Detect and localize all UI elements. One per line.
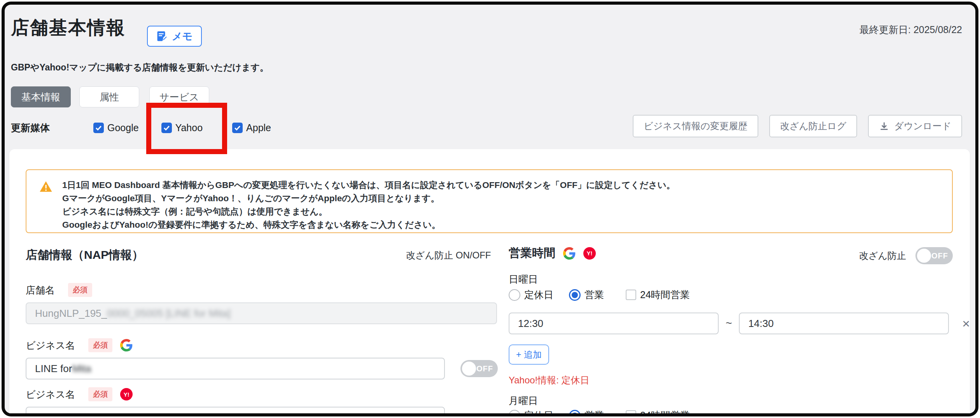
store-name-input[interactable]: HungNLP_195_0000_05005 [LINE for Mita] [26, 302, 497, 324]
google-icon [120, 339, 133, 351]
sunday-status-row: 定休日 営業 24時間営業 [509, 288, 690, 301]
download-button[interactable]: ダウンロード [868, 115, 962, 137]
notice-box: 1日1回 MEO Dashboard 基本情報からGBPへの変更処理を行いたくな… [26, 169, 953, 233]
business-name-yahoo-value: Yahoo [35, 412, 63, 417]
sunday-24h-checkbox[interactable]: 24時間営業 [626, 288, 690, 301]
business-name-yahoo-label: ビジネス名 [26, 388, 75, 401]
open-radio-label: 営業 [584, 288, 604, 301]
monday-open-radio[interactable]: 営業 [569, 409, 604, 416]
tamper-log-button[interactable]: 改ざん防止ログ [769, 115, 857, 137]
hours-tamper-toggle[interactable]: OFF [915, 247, 953, 264]
last-updated-date: 最終更新日: 2025/08/22 [859, 23, 962, 36]
media-checkbox-google[interactable]: Google [93, 122, 139, 133]
yahoo-icon: Y! [583, 247, 596, 260]
memo-button-label: メモ [172, 30, 192, 43]
checkbox-unchecked-icon [626, 290, 636, 300]
time-range-separator: ~ [726, 317, 732, 330]
hours-tamper-label: 改ざん防止 [859, 249, 906, 262]
media-checkbox-apple[interactable]: Apple [232, 122, 271, 133]
store-name-value: HungNLP_195_ [35, 307, 107, 320]
red-highlight-annotation-box [146, 103, 227, 154]
business-name-google-field-label: ビジネス名 必須 [26, 338, 133, 352]
sunday-closed-radio[interactable]: 定休日 [509, 288, 553, 301]
business-name-yahoo-value-masked: xxxxx [63, 412, 89, 417]
business-name-google-sync-toggle[interactable]: OFF [460, 360, 498, 377]
monday-24h-checkbox[interactable]: 24時間営業 [626, 409, 690, 416]
page-title: 店舗基本情報 [11, 16, 125, 40]
media-checkbox-label: Google [107, 122, 139, 133]
all-day-checkbox-label: 24時間営業 [640, 409, 690, 416]
radio-unselected-icon [509, 289, 520, 301]
closed-radio-label: 定休日 [524, 409, 553, 416]
media-checkbox-label: Apple [246, 122, 271, 133]
tab-attributes[interactable]: 属性 [79, 86, 139, 107]
notice-line: 1日1回 MEO Dashboard 基本情報からGBPへの変更処理を行いたくな… [62, 179, 944, 192]
sunday-open-radio[interactable]: 営業 [569, 288, 604, 301]
download-button-label: ダウンロード [894, 120, 951, 132]
business-name-google-input[interactable]: LINE for Mita [26, 358, 445, 379]
day-name-sunday: 日曜日 [509, 273, 538, 286]
checkbox-checked-icon [93, 123, 104, 133]
memo-pencil-icon [156, 30, 168, 42]
business-name-yahoo-field-label: ビジネス名 必須 Y! [26, 387, 133, 401]
warning-triangle-icon [39, 180, 53, 193]
sunday-open-time-input[interactable]: 12:30 [509, 313, 719, 334]
store-name-value-masked: 0000_05005 [LINE for Mita] [107, 307, 231, 320]
page-subtitle: GBPやYahoo!マップに掲載する店舗情報を更新いただけます。 [11, 61, 269, 74]
all-day-checkbox-label: 24時間営業 [640, 288, 690, 301]
radio-selected-icon [569, 410, 581, 417]
required-badge: 必須 [88, 338, 112, 352]
yahoo-icon: Y! [120, 388, 133, 400]
business-name-google-value: LINE for [35, 363, 72, 375]
notice-line: ビジネス名には特殊文字（例：記号や句読点）は使用できません。 [62, 205, 944, 218]
business-name-google-value-masked: Mita [72, 363, 91, 375]
remove-hours-close-icon[interactable]: × [962, 317, 970, 330]
checkbox-unchecked-icon [626, 410, 636, 416]
download-icon [879, 121, 889, 132]
sunday-close-time-input[interactable]: 14:30 [739, 313, 949, 334]
toggle-state-label: OFF [476, 364, 493, 373]
radio-unselected-icon [509, 410, 520, 417]
header-actions: ビジネス情報の変更履歴 改ざん防止ログ ダウンロード [633, 115, 962, 137]
main-panel: 1日1回 MEO Dashboard 基本情報からGBPへの変更処理を行いたくな… [9, 149, 970, 416]
hours-section-header: 営業時間 Y! [509, 245, 596, 261]
toggle-state-label: OFF [931, 251, 948, 260]
open-radio-label: 営業 [584, 409, 604, 416]
closed-radio-label: 定休日 [524, 288, 553, 301]
monday-closed-radio[interactable]: 定休日 [509, 409, 553, 416]
toggle-knob [917, 249, 931, 263]
screenshot-frame: 店舗基本情報 メモ 最終更新日: 2025/08/22 GBPやYahoo!マッ… [0, 0, 980, 418]
checkbox-checked-icon [232, 123, 243, 133]
hours-tamper-control: 改ざん防止 OFF [859, 247, 953, 264]
day-name-monday: 月曜日 [509, 394, 538, 407]
update-media-row: 更新媒体 Google Yahoo Apple [11, 121, 271, 134]
nap-tamper-onoff-label: 改ざん防止 ON/OFF [406, 249, 491, 262]
radio-selected-icon [569, 289, 581, 301]
google-icon [563, 247, 576, 260]
required-badge: 必須 [88, 387, 112, 401]
sunday-hours-row: 12:30 ~ 14:30 × [509, 313, 970, 334]
toggle-knob [462, 362, 476, 376]
update-media-label: 更新媒体 [11, 121, 50, 134]
business-name-google-label: ビジネス名 [26, 339, 75, 352]
monday-status-row: 定休日 営業 24時間営業 [509, 409, 690, 416]
notice-line: GマークがGoogle項目、YマークがYahoo！、りんごのマークがAppleの… [62, 192, 944, 205]
memo-button[interactable]: メモ [147, 26, 202, 47]
required-badge: 必須 [68, 283, 92, 297]
add-hours-button[interactable]: + 追加 [509, 344, 549, 365]
business-name-yahoo-input[interactable]: Yahoo xxxxx [26, 407, 445, 416]
nap-section-title: 店舗情報（NAP情報） [26, 247, 144, 263]
app-window: 店舗基本情報 メモ 最終更新日: 2025/08/22 GBPやYahoo!マッ… [2, 2, 978, 416]
sunday-yahoo-note: Yahoo!情報: 定休日 [509, 374, 590, 386]
hours-section-title: 営業時間 [509, 245, 555, 261]
store-name-field-label: 店舗名 必須 [26, 283, 92, 297]
tab-basic-info[interactable]: 基本情報 [11, 86, 71, 107]
business-info-history-button[interactable]: ビジネス情報の変更履歴 [633, 115, 758, 137]
store-name-label: 店舗名 [26, 284, 55, 297]
notice-line: GoogleおよびYahoo!の登録要件に準拠するため、特殊文字を含まない名称を… [62, 218, 944, 232]
notice-text: 1日1回 MEO Dashboard 基本情報からGBPへの変更処理を行いたくな… [62, 179, 944, 232]
